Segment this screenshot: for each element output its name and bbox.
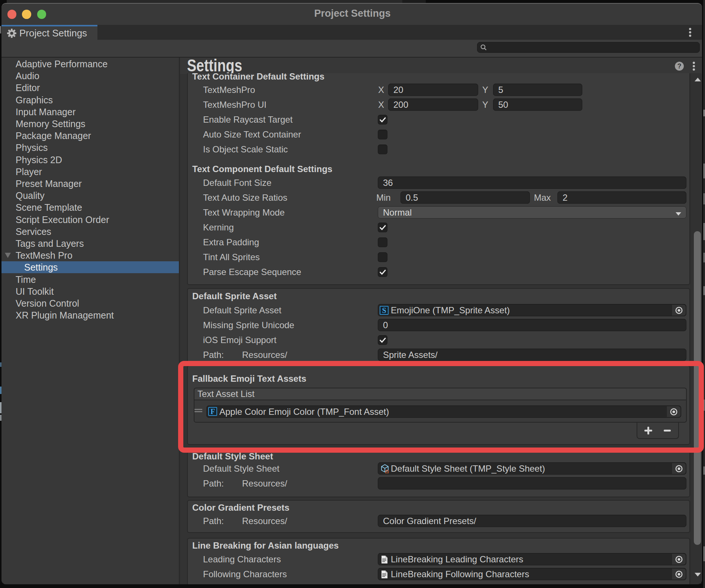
svg-text:{}: {} xyxy=(385,469,389,474)
